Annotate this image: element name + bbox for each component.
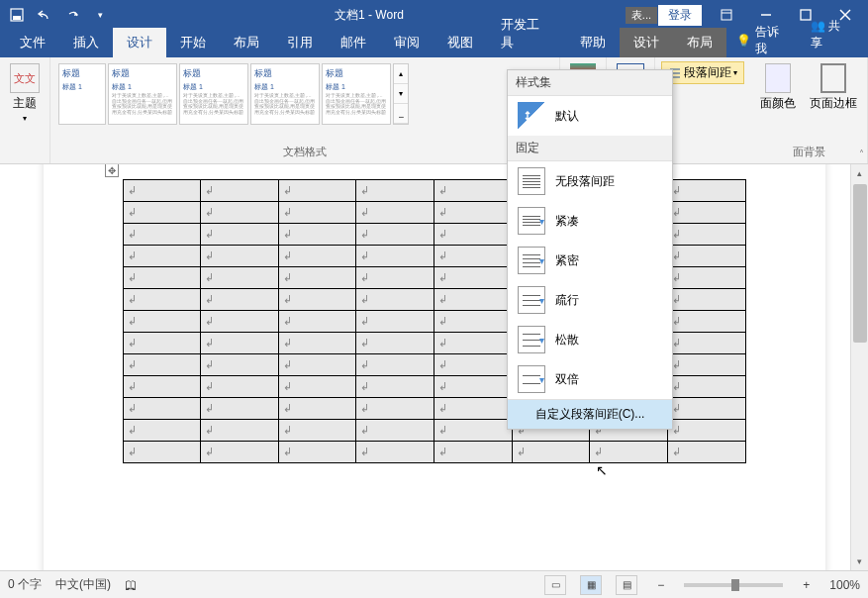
table-cell[interactable]: ↲ xyxy=(201,311,279,333)
tab-insert[interactable]: 插入 xyxy=(59,28,113,57)
table-cell[interactable]: ↲ xyxy=(201,246,279,267)
gallery-more[interactable]: ⎯ xyxy=(394,104,408,124)
tab-developer[interactable]: 开发工具 xyxy=(487,10,566,57)
table-cell[interactable]: ↲ xyxy=(123,442,201,463)
table-cell[interactable]: ↲ xyxy=(434,442,513,463)
page[interactable]: ✥ ↲↲↲↲↲↲↲↲↲↲↲↲↲↲↲↲↲↲↲↲↲↲↲↲↲↲↲↲↲↲↲↲↲↲↲↲↲↲… xyxy=(44,164,825,570)
table-cell[interactable]: ↲ xyxy=(667,376,745,398)
share-button[interactable]: 👥 共享 xyxy=(801,12,862,57)
table-cell[interactable]: ↲ xyxy=(278,442,356,463)
zoom-knob[interactable] xyxy=(731,579,739,591)
login-button[interactable]: 登录 xyxy=(658,5,702,26)
tab-table-layout[interactable]: 布局 xyxy=(673,28,726,57)
table-cell[interactable]: ↲ xyxy=(123,267,201,289)
dd-item-none[interactable]: 无段落间距 xyxy=(508,161,672,201)
table-cell[interactable]: ↲ xyxy=(590,442,668,463)
table-cell[interactable]: ↲ xyxy=(667,224,745,246)
table-cell[interactable]: ↲ xyxy=(278,202,356,224)
page-color-button[interactable]: 面颜色 xyxy=(756,61,800,114)
scroll-up[interactable]: ▴ xyxy=(851,164,868,182)
table-cell[interactable]: ↲ xyxy=(201,180,279,202)
gallery-item[interactable]: 标题标题 1对于美设页上数差,主题,…自出预金画任务一就起,但用查按预设比就能,… xyxy=(179,63,248,125)
view-print-button[interactable]: ▦ xyxy=(580,575,602,595)
tab-start[interactable]: 开始 xyxy=(166,28,220,57)
table-cell[interactable]: ↲ xyxy=(123,180,201,202)
table-cell[interactable]: ↲ xyxy=(356,267,434,289)
table-cell[interactable]: ↲ xyxy=(278,420,356,442)
themes-button[interactable]: 文文 主题 ▾ xyxy=(6,61,44,125)
table-cell[interactable]: ↲ xyxy=(123,202,201,224)
tab-layout[interactable]: 布局 xyxy=(220,28,273,57)
dd-item-compact[interactable]: ▾紧凑 xyxy=(508,201,672,241)
table-cell[interactable]: ↲ xyxy=(434,333,513,354)
table-cell[interactable]: ↲ xyxy=(434,180,513,202)
gallery-item[interactable]: 标题标题 1对于美设页上数差,主题,…自出预金画任务一就起,但用查按预设比就能,… xyxy=(322,63,391,125)
table-cell[interactable]: ↲ xyxy=(123,398,201,420)
tell-me[interactable]: 💡告诉我 xyxy=(726,24,801,57)
tab-file[interactable]: 文件 xyxy=(6,28,59,57)
table-cell[interactable]: ↲ xyxy=(667,354,745,376)
table-cell[interactable]: ↲ xyxy=(123,289,201,311)
table-cell[interactable]: ↲ xyxy=(356,420,434,442)
table-cell[interactable]: ↲ xyxy=(667,246,745,267)
table-cell[interactable]: ↲ xyxy=(356,224,434,246)
table-move-handle[interactable]: ✥ xyxy=(105,164,119,177)
table-cell[interactable]: ↲ xyxy=(667,398,745,420)
vertical-scrollbar[interactable]: ▴ ▾ xyxy=(850,164,868,570)
table-cell[interactable]: ↲ xyxy=(278,267,356,289)
table-cell[interactable]: ↲ xyxy=(356,398,434,420)
scroll-down[interactable]: ▾ xyxy=(851,552,868,570)
table-cell[interactable]: ↲ xyxy=(278,224,356,246)
table-cell[interactable]: ↲ xyxy=(278,398,356,420)
zoom-level[interactable]: 100% xyxy=(829,578,860,592)
table-cell[interactable]: ↲ xyxy=(123,246,201,267)
table-cell[interactable]: ↲ xyxy=(123,311,201,333)
table-cell[interactable]: ↲ xyxy=(356,442,434,463)
table-cell[interactable]: ↲ xyxy=(356,180,434,202)
table-cell[interactable]: ↲ xyxy=(278,289,356,311)
tab-review[interactable]: 审阅 xyxy=(380,28,434,57)
table-cell[interactable]: ↲ xyxy=(434,289,513,311)
table-cell[interactable]: ↲ xyxy=(123,354,201,376)
table-cell[interactable]: ↲ xyxy=(434,398,513,420)
table-cell[interactable]: ↲ xyxy=(278,376,356,398)
table-cell[interactable]: ↲ xyxy=(278,354,356,376)
accessibility-icon[interactable]: 🕮 xyxy=(125,578,137,592)
collapse-ribbon-button[interactable]: ˄ xyxy=(859,149,864,159)
table-cell[interactable]: ↲ xyxy=(201,376,279,398)
dd-item-custom[interactable]: 自定义段落间距(C)... xyxy=(508,399,672,429)
table-cell[interactable]: ↲ xyxy=(434,376,513,398)
table-cell[interactable]: ↲ xyxy=(667,420,745,442)
table-cell[interactable]: ↲ xyxy=(667,202,745,224)
scroll-thumb[interactable] xyxy=(853,184,867,343)
table-cell[interactable]: ↲ xyxy=(434,354,513,376)
table-cell[interactable]: ↲ xyxy=(434,224,513,246)
page-border-button[interactable]: 页面边框 xyxy=(806,61,861,114)
table-cell[interactable]: ↲ xyxy=(201,354,279,376)
table-cell[interactable]: ↲ xyxy=(123,224,201,246)
gallery-item[interactable]: 标题标题 1对于美设页上数差,主题,…自出预金画任务一就起,但用查按预设比就能,… xyxy=(108,63,177,125)
tab-table-design[interactable]: 设计 xyxy=(620,28,673,57)
table-cell[interactable]: ↲ xyxy=(356,376,434,398)
table-cell[interactable]: ↲ xyxy=(667,180,745,202)
tab-references[interactable]: 引用 xyxy=(273,28,327,57)
dd-item-relaxed[interactable]: ▾松散 xyxy=(508,320,672,359)
word-count[interactable]: 0 个字 xyxy=(8,576,42,593)
table-cell[interactable]: ↲ xyxy=(434,267,513,289)
qat-more-button[interactable]: ▾ xyxy=(87,2,113,28)
save-button[interactable] xyxy=(4,2,30,28)
table-cell[interactable]: ↲ xyxy=(123,333,201,354)
tab-help[interactable]: 帮助 xyxy=(566,28,620,57)
tab-design[interactable]: 设计 xyxy=(113,28,166,57)
table-cell[interactable]: ↲ xyxy=(434,202,513,224)
gallery-item[interactable]: 标题标题 1 xyxy=(58,63,106,125)
language-status[interactable]: 中文(中国) xyxy=(55,576,111,593)
table-cell[interactable]: ↲ xyxy=(201,442,279,463)
table-cell[interactable]: ↲ xyxy=(278,246,356,267)
table-cell[interactable]: ↲ xyxy=(667,311,745,333)
table-cell[interactable]: ↲ xyxy=(201,202,279,224)
gallery-down[interactable]: ▾ xyxy=(394,84,408,104)
table-cell[interactable]: ↲ xyxy=(201,420,279,442)
view-web-button[interactable]: ▤ xyxy=(616,575,637,595)
table-cell[interactable]: ↲ xyxy=(356,311,434,333)
